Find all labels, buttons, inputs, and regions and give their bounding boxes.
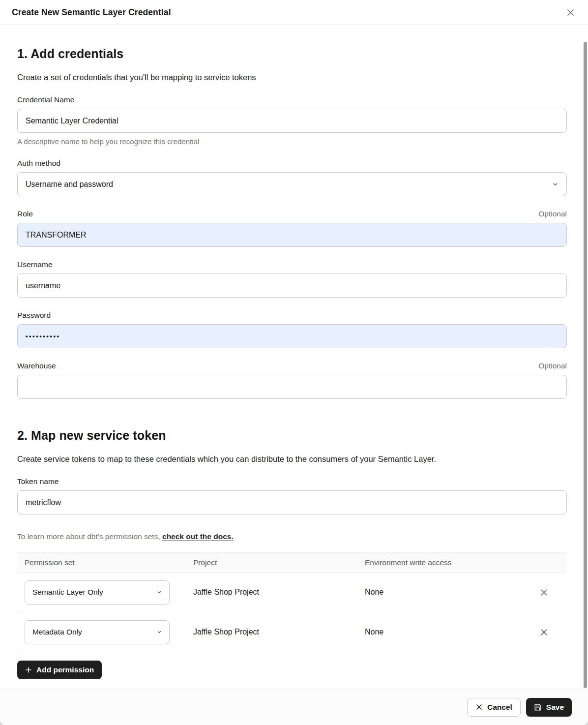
cancel-button[interactable]: Cancel bbox=[467, 698, 521, 717]
table-row: Semantic Layer Only Jaffle Shop Project … bbox=[17, 573, 567, 612]
remove-row-icon bbox=[540, 588, 548, 597]
cancel-label: Cancel bbox=[487, 703, 512, 712]
password-label: Password bbox=[17, 311, 51, 320]
plus-icon bbox=[25, 666, 32, 673]
environment-write-access-cell: None bbox=[365, 628, 537, 636]
username-input[interactable] bbox=[17, 273, 567, 298]
section1-subtitle: Create a set of credentials that you'll … bbox=[17, 73, 567, 82]
add-permission-label: Add permission bbox=[36, 665, 94, 674]
modal-footer: Cancel Save bbox=[0, 689, 588, 725]
create-credential-modal: Create New Semantic Layer Credential 1. … bbox=[0, 0, 588, 725]
close-icon bbox=[566, 8, 575, 17]
warehouse-label: Warehouse bbox=[17, 362, 56, 370]
role-optional-tag: Optional bbox=[538, 210, 567, 218]
permissions-table-header: Permission set Project Environment write… bbox=[17, 552, 567, 573]
permissions-table: Permission set Project Environment write… bbox=[17, 552, 567, 652]
column-header-project: Project bbox=[193, 558, 365, 567]
auth-method-field-group: Auth method Username and password bbox=[17, 159, 567, 196]
permission-set-selected-value: Metadata Only bbox=[32, 628, 82, 636]
column-header-permission-set: Permission set bbox=[25, 558, 193, 567]
environment-write-access-cell: None bbox=[365, 588, 537, 597]
username-field-group: Username bbox=[17, 260, 567, 298]
vertical-scrollbar-thumb[interactable] bbox=[584, 42, 587, 688]
column-header-environment-write-access: Environment write access bbox=[365, 558, 537, 567]
chevron-down-icon bbox=[552, 181, 559, 187]
modal-body: 1. Add credentials Create a set of crede… bbox=[0, 25, 588, 689]
project-cell: Jaffle Shop Project bbox=[193, 628, 365, 636]
add-permission-button[interactable]: Add permission bbox=[17, 661, 102, 679]
permission-docs-text: To learn more about dbt's permission set… bbox=[17, 532, 162, 541]
role-field-group: Role Optional bbox=[17, 210, 567, 247]
modal-title: Create New Semantic Layer Credential bbox=[12, 7, 171, 18]
permission-docs-link[interactable]: check out the docs. bbox=[162, 532, 234, 541]
role-label: Role bbox=[17, 210, 33, 218]
chevron-down-icon bbox=[156, 629, 162, 635]
username-label: Username bbox=[17, 260, 53, 269]
credential-name-input[interactable] bbox=[17, 109, 567, 133]
permission-docs-line: To learn more about dbt's permission set… bbox=[17, 532, 567, 541]
close-button[interactable] bbox=[563, 5, 577, 19]
permission-set-select[interactable]: Semantic Layer Only bbox=[25, 580, 170, 604]
token-name-input[interactable] bbox=[17, 490, 567, 514]
cancel-x-icon bbox=[475, 703, 483, 711]
save-label: Save bbox=[546, 703, 564, 712]
remove-permission-button[interactable] bbox=[537, 625, 551, 639]
token-name-field-group: Token name bbox=[17, 477, 567, 514]
section2-subtitle: Create service tokens to map to these cr… bbox=[17, 454, 567, 464]
chevron-down-icon bbox=[156, 589, 162, 595]
section2-heading: 2. Map new service token bbox=[17, 428, 567, 443]
credential-name-field-group: Credential Name A descriptive name to he… bbox=[17, 95, 567, 146]
section1-heading: 1. Add credentials bbox=[17, 47, 567, 61]
warehouse-input[interactable] bbox=[17, 375, 567, 399]
warehouse-optional-tag: Optional bbox=[538, 362, 567, 370]
save-button[interactable]: Save bbox=[526, 698, 572, 717]
permission-set-select[interactable]: Metadata Only bbox=[25, 620, 170, 644]
permission-set-selected-value: Semantic Layer Only bbox=[32, 588, 103, 597]
password-field-group: Password bbox=[17, 311, 567, 348]
remove-permission-button[interactable] bbox=[537, 585, 551, 599]
project-cell: Jaffle Shop Project bbox=[193, 588, 365, 597]
save-floppy-icon bbox=[534, 703, 542, 711]
warehouse-field-group: Warehouse Optional bbox=[17, 362, 567, 399]
password-input[interactable] bbox=[17, 324, 567, 348]
auth-method-selected-value: Username and password bbox=[26, 180, 113, 189]
modal-header: Create New Semantic Layer Credential bbox=[0, 0, 588, 25]
auth-method-select[interactable]: Username and password bbox=[17, 172, 567, 196]
token-name-label: Token name bbox=[17, 477, 59, 486]
credential-name-label: Credential Name bbox=[17, 95, 74, 104]
remove-row-icon bbox=[540, 628, 548, 636]
auth-method-label: Auth method bbox=[17, 159, 60, 168]
role-input[interactable] bbox=[17, 223, 567, 247]
table-row: Metadata Only Jaffle Shop Project None bbox=[17, 612, 567, 652]
credential-name-helper: A descriptive name to help you recognize… bbox=[17, 137, 567, 146]
